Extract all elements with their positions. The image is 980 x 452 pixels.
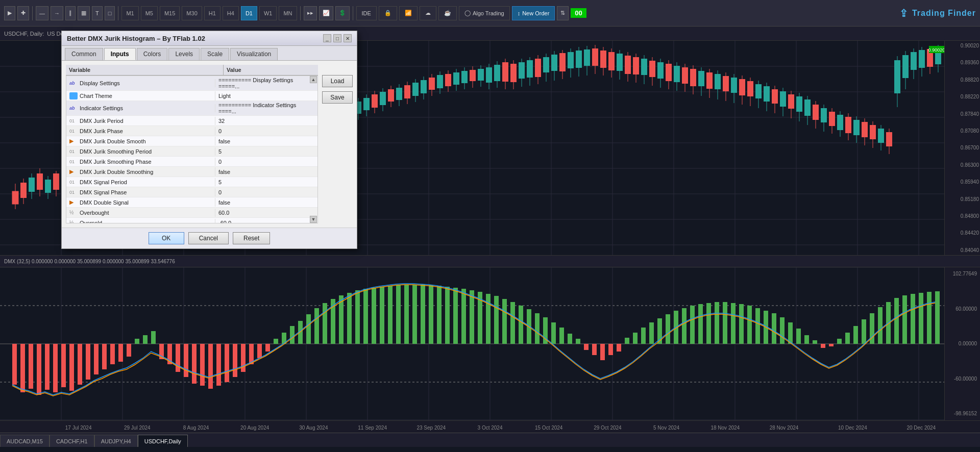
svg-rect-128 [437, 75, 443, 88]
tf-m15[interactable]: M15 [160, 6, 180, 20]
row-overbought[interactable]: ½ Overbought 60.0 [66, 208, 317, 218]
indicator-chart[interactable] [0, 267, 944, 420]
row-signal-phase[interactable]: 01 DMX Signal Phase 0 [66, 187, 317, 197]
svg-rect-156 [551, 55, 557, 71]
svg-rect-164 [584, 49, 590, 66]
svg-rect-218 [804, 99, 811, 116]
tf-w1[interactable]: W1 [259, 6, 277, 20]
icon-img-0 [69, 92, 78, 99]
chart-type[interactable]: ▸▸ [304, 6, 317, 20]
algo-trading-btn[interactable]: ◯ Algo Trading [459, 6, 510, 20]
indicators-btn[interactable]: 📈 [319, 6, 333, 20]
toolbar: ▶ ✚ — → ∥ ▦ T □ M1 M5 M15 M30 H1 H4 D1 W… [0, 0, 980, 27]
tab-visualization[interactable]: Visualization [230, 48, 278, 60]
svg-rect-150 [527, 60, 533, 78]
crosshair-tool[interactable]: ✚ [17, 6, 29, 20]
algo-trading-icon: ◯ [464, 10, 471, 16]
svg-rect-288 [135, 339, 139, 344]
ide-button[interactable]: IDE [356, 6, 377, 20]
svg-rect-348 [625, 338, 629, 344]
svg-rect-144 [502, 62, 508, 82]
icon-o1-5: 01 [69, 190, 78, 195]
save-button[interactable]: Save [322, 91, 353, 104]
cancel-button[interactable]: Cancel [188, 232, 229, 244]
tf-m1[interactable]: M1 [121, 6, 138, 20]
svg-rect-379 [878, 307, 883, 344]
tab-inputs[interactable]: Inputs [104, 48, 136, 60]
algo-lock[interactable]: 🔒 [379, 6, 397, 20]
svg-rect-182 [657, 62, 664, 79]
tf-m5[interactable]: M5 [141, 6, 158, 20]
tab-levels[interactable]: Levels [168, 48, 200, 60]
row-double-signal[interactable]: ▶ DMX Double Signal false [66, 197, 317, 208]
row-oversold[interactable]: ½ Oversold -60.0 [66, 218, 317, 223]
svg-rect-363 [747, 306, 752, 344]
algo-cloud[interactable]: ☁ [420, 6, 436, 20]
ok-button[interactable]: OK [149, 232, 184, 244]
icon-o1-1: 01 [69, 129, 78, 134]
date-1: 29 Jul 2024 [124, 425, 151, 431]
svg-rect-316 [363, 289, 368, 344]
algo-wifi[interactable]: 📶 [399, 6, 418, 20]
svg-rect-381 [894, 298, 899, 344]
ray-tool[interactable]: → [51, 6, 63, 20]
scroll-up-arrow[interactable]: ▲ [310, 76, 317, 83]
row-jurik-double-smooth[interactable]: ▶ DMX Jurik Double Smooth false [66, 136, 317, 146]
svg-rect-382 [902, 295, 907, 344]
row-chart-theme[interactable]: Chart Theme Light [66, 91, 317, 101]
row-jurik-period[interactable]: 01 DMX Jurik Period 32 [66, 116, 317, 126]
channel-tool[interactable]: ∥ [65, 6, 76, 20]
account-balance: 00 [571, 8, 586, 18]
reset-button[interactable]: Reset [233, 232, 270, 244]
svg-rect-318 [380, 287, 384, 344]
tab-audcad[interactable]: AUDCAD,M15 [0, 435, 50, 447]
svg-rect-246 [919, 50, 925, 68]
market-watch[interactable]: 💲 [335, 6, 350, 20]
svg-rect-210 [772, 89, 778, 104]
tab-usdchf[interactable]: USDCHF,Daily [138, 435, 188, 447]
dialog-maximize-btn[interactable]: □ [333, 34, 341, 42]
text-tool[interactable]: T [92, 6, 103, 20]
svg-rect-198 [723, 76, 729, 91]
cursor-tool[interactable]: ▶ [4, 6, 15, 20]
ind-level-3: -60.00000 [946, 374, 979, 384]
tf-m30[interactable]: M30 [182, 6, 202, 20]
tf-h1[interactable]: H1 [204, 6, 220, 20]
svg-rect-328 [461, 289, 466, 344]
price-3: 0.88220 [946, 94, 979, 99]
svg-rect-352 [657, 318, 662, 344]
tab-colors[interactable]: Colors [137, 48, 168, 60]
dialog-close-btn[interactable]: ✕ [344, 34, 352, 42]
tab-audjpy[interactable]: AUDJPY,H4 [94, 435, 138, 447]
new-order-btn[interactable]: ↕ New Order [512, 6, 555, 20]
params-table-body[interactable]: ab Display Settings ========== Display S… [66, 76, 318, 223]
dialog-minimize-btn[interactable]: _ [323, 34, 331, 42]
row-signal-period[interactable]: 01 DMX Signal Period 5 [66, 177, 317, 187]
load-button[interactable]: Load [322, 75, 353, 87]
scroll-down-arrow[interactable]: ▼ [310, 216, 317, 223]
tab-common[interactable]: Common [65, 48, 103, 60]
fib-tool[interactable]: ▦ [78, 6, 90, 20]
tf-h4[interactable]: H4 [223, 6, 239, 20]
date-14: 20 Dec 2024 [906, 425, 936, 431]
tf-d1[interactable]: D1 [241, 6, 257, 20]
svg-rect-321 [404, 285, 409, 344]
svg-rect-194 [706, 72, 713, 89]
svg-rect-180 [649, 61, 655, 77]
sort-btn[interactable]: ⇅ [557, 6, 569, 20]
row-smoothing-phase[interactable]: 01 DMX Jurik Smoothing Phase 0 [66, 157, 317, 167]
sep2 [118, 6, 118, 20]
tab-bar: AUDCAD,M15 CADCHF,H1 AUDJPY,H4 USDCHF,Da… [0, 433, 980, 447]
row-jurik-phase[interactable]: 01 DMX Jurik Phase 0 [66, 126, 317, 136]
tab-scale[interactable]: Scale [201, 48, 229, 60]
row-smoothing-period[interactable]: 01 DMX Jurik Smoothing Period 5 [66, 146, 317, 157]
svg-rect-114 [380, 92, 386, 105]
tf-mn[interactable]: MN [279, 6, 297, 20]
svg-rect-281 [78, 344, 82, 385]
market-btn[interactable]: ☕ [438, 6, 457, 20]
tab-cadchf[interactable]: CADCHF,H1 [50, 435, 94, 447]
row-jurik-double-smoothing[interactable]: ▶ DMX Jurik Double Smoothing false [66, 167, 317, 177]
shapes-tool[interactable]: □ [105, 6, 115, 20]
logo-text: Trading Finder [912, 9, 976, 18]
line-tool[interactable]: — [36, 6, 48, 20]
